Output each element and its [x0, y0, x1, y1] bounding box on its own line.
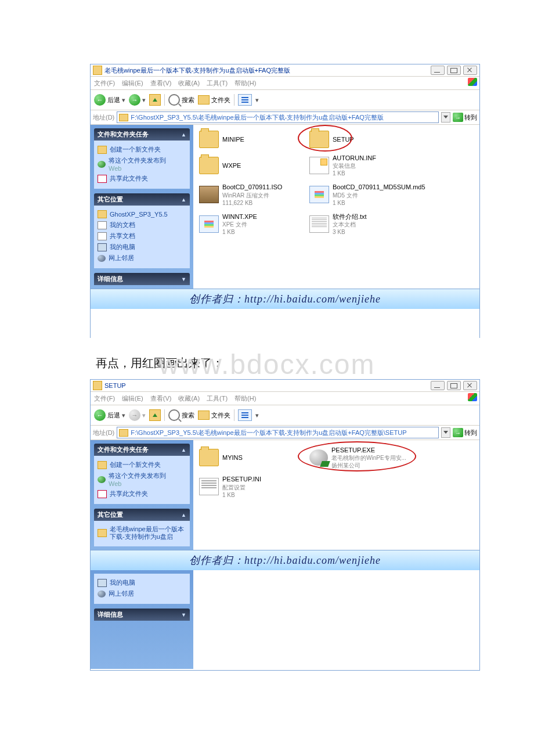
go-button[interactable]: →	[453, 113, 463, 122]
folder-icon	[199, 449, 219, 466]
file-item-txt[interactable]: 软件介绍.txt 文本文档 3 KB	[309, 213, 420, 236]
menu-help[interactable]: 帮助(H)	[234, 394, 256, 403]
collapse-icon[interactable]: ▲	[181, 447, 186, 453]
minimize-button[interactable]	[431, 381, 445, 390]
place-item[interactable]: 我的电脑	[98, 242, 186, 253]
place-item[interactable]: 网上邻居	[98, 253, 186, 264]
back-button[interactable]: ← 后退 ▾	[94, 94, 125, 106]
menu-edit[interactable]: 编辑(E)	[122, 79, 143, 88]
document-icon	[98, 232, 107, 240]
menu-tools[interactable]: 工具(T)	[207, 79, 228, 88]
label: 我的文档	[110, 221, 135, 229]
label: 我的电脑	[110, 243, 135, 251]
menu-file[interactable]: 文件(F)	[94, 394, 115, 403]
task-publish[interactable]: 将这个文件夹发布到Web	[98, 470, 186, 488]
file-item-md5[interactable]: BootCD_070911_MD5SUM.md5 MD5 文件 1 KB	[309, 183, 420, 206]
file-item-setup[interactable]: SETUP	[309, 131, 420, 148]
menubar: 文件(F) 编辑(E) 查看(V) 收藏(A) 工具(T) 帮助(H)	[91, 77, 479, 90]
forward-button[interactable]: → ▾	[129, 94, 146, 106]
place-item[interactable]: 老毛桃winpe最后一个版本下载-支持制作为u盘启	[98, 524, 186, 542]
expand-icon[interactable]: ▼	[181, 612, 186, 618]
menu-tools[interactable]: 工具(T)	[207, 394, 228, 403]
task-publish[interactable]: 将这个文件夹发布到Web	[98, 155, 186, 173]
address-label: 地址(D)	[93, 429, 114, 437]
file-item-myins[interactable]: MYINS	[199, 446, 309, 469]
menu-help[interactable]: 帮助(H)	[234, 79, 256, 88]
windows-flag-icon	[468, 78, 477, 86]
address-dropdown-icon[interactable]	[441, 112, 450, 123]
address-input[interactable]: F:\GhostXP_SP3_Y5.5\老毛桃winpe最后一个版本下载-支持制…	[117, 427, 439, 438]
separator	[234, 94, 234, 106]
titlebar: SETUP	[91, 380, 479, 392]
other-places-panel: 其它位置▲ 老毛桃winpe最后一个版本下载-支持制作为u盘启	[94, 509, 190, 546]
address-input[interactable]: F:\GhostXP_SP3_Y5.5\老毛桃winpe最后一个版本下载-支持制…	[117, 111, 439, 123]
back-button[interactable]: ← 后退 ▾	[94, 409, 125, 421]
file-item-autorun[interactable]: AUTORUN.INF 安装信息 1 KB	[309, 154, 420, 177]
ini-file-icon	[199, 478, 219, 495]
maximize-button[interactable]	[447, 381, 461, 390]
views-button[interactable]	[238, 409, 252, 421]
task-new-folder[interactable]: 创建一个新文件夹	[98, 144, 186, 155]
file-item-pesetup-ini[interactable]: PESETUP.INI 配置设置 1 KB	[199, 475, 309, 498]
file-item-iso[interactable]: BootCD_070911.ISO WinRAR 压缩文件 111,622 KB	[199, 183, 309, 206]
explorer-window-2: SETUP 文件(F) 编辑(E) 查看(V) 收藏(A) 工具(T) 帮助(H…	[90, 379, 480, 671]
menu-file[interactable]: 文件(F)	[94, 79, 115, 88]
file-type: WinRAR 压缩文件	[222, 192, 282, 199]
go-label: 转到	[464, 113, 477, 122]
folder-icon	[98, 529, 107, 537]
minimize-button[interactable]	[431, 66, 445, 75]
place-item[interactable]: 我的电脑	[98, 577, 186, 588]
collapse-icon[interactable]: ▲	[181, 197, 186, 203]
toolbar: ← 后退 ▾ → ▾ 搜索 文件夹 ▾	[91, 405, 479, 426]
task-new-folder[interactable]: 创建一个新文件夹	[98, 459, 186, 470]
addressbar: 地址(D) F:\GhostXP_SP3_Y5.5\老毛桃winpe最后一个版本…	[91, 426, 479, 440]
file-type: XPE 文件	[222, 221, 257, 228]
file-item-wxpe[interactable]: WXPE	[199, 154, 309, 177]
maximize-button[interactable]	[447, 66, 461, 75]
folders-button[interactable]: 文件夹	[198, 411, 230, 420]
label: 将这个文件夹发布到Web	[109, 156, 166, 172]
task-share[interactable]: 共享此文件夹	[98, 173, 186, 184]
close-button[interactable]	[463, 66, 477, 75]
task-share[interactable]: 共享此文件夹	[98, 488, 186, 499]
menu-view[interactable]: 查看(V)	[150, 79, 172, 88]
folders-button[interactable]: 文件夹	[198, 95, 230, 105]
menu-fav[interactable]: 收藏(A)	[178, 79, 200, 88]
file-size: 1 KB	[333, 199, 425, 207]
titlebar: 老毛桃winpe最后一个版本下载-支持制作为u盘启动版+FAQ完整版	[91, 64, 479, 77]
file-item-minipe[interactable]: MINIPE	[199, 131, 309, 148]
up-button[interactable]	[149, 409, 161, 421]
search-button[interactable]: 搜索	[168, 409, 194, 421]
views-button[interactable]	[238, 94, 252, 106]
file-name: PESETUP.EXE	[331, 446, 406, 454]
go-button[interactable]: →	[453, 428, 463, 437]
collapse-icon[interactable]: ▲	[181, 512, 186, 518]
txt-file-icon	[309, 215, 329, 233]
place-item[interactable]: 共享文档	[98, 231, 186, 242]
folder-icon	[98, 210, 107, 218]
document-icon	[98, 221, 107, 229]
menu-fav[interactable]: 收藏(A)	[178, 394, 200, 403]
file-item-pesetup-exe[interactable]: PESETUP.EXE 老毛桃制作的WinPE专用安... 扬州某公司	[309, 446, 420, 469]
search-icon	[168, 94, 180, 106]
expand-icon[interactable]: ▼	[181, 276, 186, 282]
address-dropdown-icon[interactable]	[441, 427, 450, 438]
network-icon	[98, 591, 106, 597]
file-name: BootCD_070911_MD5SUM.md5	[333, 183, 425, 191]
separator	[164, 409, 165, 421]
file-item-xpe[interactable]: WINNT.XPE XPE 文件 1 KB	[199, 213, 309, 236]
up-button[interactable]	[149, 94, 161, 106]
details-panel: 详细信息▼	[94, 609, 190, 621]
other-places-panel: 其它位置▲ GhostXP_SP3_Y5.5 我的文档 共享文档 我的电脑 网上…	[94, 193, 190, 268]
place-item[interactable]: GhostXP_SP3_Y5.5	[98, 209, 186, 219]
close-button[interactable]	[463, 381, 477, 390]
menu-view[interactable]: 查看(V)	[150, 394, 172, 403]
search-button[interactable]: 搜索	[168, 94, 194, 106]
place-item[interactable]: 我的文档	[98, 219, 186, 231]
menubar: 文件(F) 编辑(E) 查看(V) 收藏(A) 工具(T) 帮助(H)	[91, 392, 479, 405]
place-item[interactable]: 网上邻居	[98, 588, 186, 599]
collapse-icon[interactable]: ▲	[181, 132, 186, 138]
menu-edit[interactable]: 编辑(E)	[122, 394, 143, 403]
file-size: 1 KB	[333, 170, 376, 177]
separator	[164, 94, 165, 106]
